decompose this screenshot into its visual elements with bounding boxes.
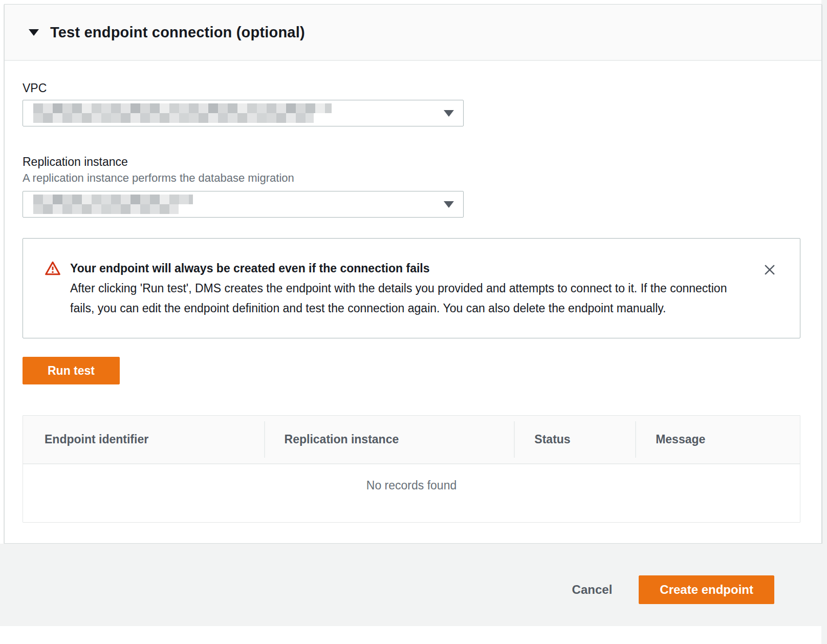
table-empty-message: No records found (23, 464, 800, 522)
replication-instance-select[interactable] (23, 191, 464, 218)
run-test-button[interactable]: Run test (23, 357, 120, 384)
panel-header-toggle[interactable]: Test endpoint connection (optional) (5, 5, 821, 61)
warning-title: Your endpoint will always be created eve… (70, 258, 735, 278)
warning-body: After clicking 'Run test', DMS creates t… (70, 278, 735, 318)
chevron-down-icon (444, 201, 454, 208)
vpc-redacted-value (33, 103, 332, 123)
close-icon[interactable] (761, 261, 778, 278)
column-header-replication-instance: Replication instance (264, 433, 514, 446)
connection-results-table: Endpoint identifier Replication instance… (23, 415, 800, 523)
replication-instance-redacted-value (33, 195, 193, 214)
replication-instance-description: A replication instance performs the data… (23, 171, 800, 185)
vpc-label: VPC (23, 81, 800, 95)
replication-instance-label: Replication instance (23, 155, 800, 168)
chevron-down-icon (444, 110, 454, 117)
warning-triangle-icon (45, 260, 61, 318)
panel-body: VPC Replication instance A replication i… (5, 61, 821, 543)
vpc-select[interactable] (23, 100, 464, 126)
table-header-row: Endpoint identifier Replication instance… (23, 416, 800, 464)
warning-text: Your endpoint will always be created eve… (70, 258, 735, 318)
column-header-message: Message (635, 433, 800, 446)
create-endpoint-button[interactable]: Create endpoint (639, 575, 774, 604)
test-endpoint-panel: Test endpoint connection (optional) VPC … (4, 4, 822, 544)
form-footer: Cancel Create endpoint (0, 544, 827, 626)
collapse-caret-icon (29, 29, 39, 36)
column-header-status: Status (514, 433, 635, 446)
replication-instance-field: Replication instance A replication insta… (23, 155, 800, 218)
panel-title: Test endpoint connection (optional) (50, 24, 305, 41)
column-header-endpoint-identifier: Endpoint identifier (23, 433, 264, 446)
vpc-field: VPC (23, 81, 800, 126)
cancel-button[interactable]: Cancel (567, 575, 618, 604)
warning-alert: Your endpoint will always be created eve… (23, 238, 800, 338)
